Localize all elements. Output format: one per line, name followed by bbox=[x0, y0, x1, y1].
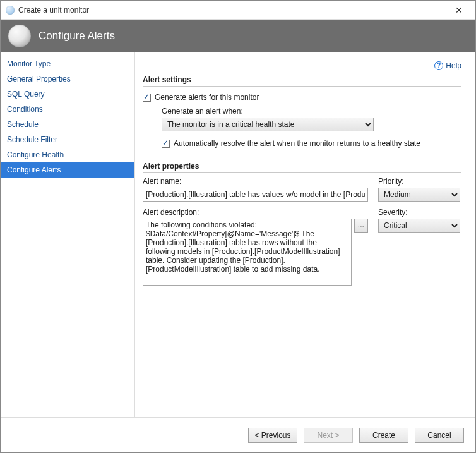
wizard-window: Create a unit monitor ✕ Configure Alerts… bbox=[0, 0, 476, 453]
sidebar-item-monitor-type[interactable]: Monitor Type bbox=[1, 56, 134, 71]
priority-label: Priority: bbox=[378, 177, 461, 186]
sidebar-item-sql-query[interactable]: SQL Query bbox=[1, 87, 134, 102]
alert-name-label: Alert name: bbox=[143, 177, 368, 186]
sidebar-item-label: SQL Query bbox=[7, 90, 45, 99]
window-title: Create a unit monitor bbox=[18, 6, 89, 15]
auto-resolve-checkbox[interactable] bbox=[162, 140, 170, 148]
titlebar: Create a unit monitor ✕ bbox=[1, 1, 475, 20]
help-link[interactable]: Help bbox=[446, 61, 461, 70]
generate-when-select[interactable]: The monitor is in a critical health stat… bbox=[162, 118, 374, 131]
sidebar-item-label: Schedule Filter bbox=[7, 135, 57, 144]
alert-description-label: Alert description: bbox=[143, 208, 368, 217]
desc-severity-row: Alert description: ... Severity: Critica… bbox=[143, 208, 461, 286]
help-row: ? Help bbox=[143, 61, 461, 70]
main-panel: ? Help Alert settings Generate alerts fo… bbox=[135, 52, 475, 417]
severity-label: Severity: bbox=[378, 208, 461, 217]
help-icon: ? bbox=[434, 61, 443, 70]
priority-select[interactable]: Medium bbox=[378, 188, 460, 202]
cancel-button[interactable]: Cancel bbox=[415, 428, 464, 443]
sidebar-item-label: Monitor Type bbox=[7, 59, 51, 68]
wizard-sidebar: Monitor Type General Properties SQL Quer… bbox=[1, 52, 135, 417]
close-button[interactable]: ✕ bbox=[446, 1, 472, 19]
alert-description-textarea[interactable] bbox=[143, 219, 352, 286]
close-icon: ✕ bbox=[455, 5, 463, 15]
create-button[interactable]: Create bbox=[359, 428, 408, 443]
alert-properties-heading: Alert properties bbox=[143, 162, 461, 173]
sidebar-item-label: Configure Alerts bbox=[7, 166, 61, 174]
generate-when-block: Generate an alert when: The monitor is i… bbox=[162, 107, 461, 131]
banner-orb-icon bbox=[8, 25, 31, 47]
page-title: Configure Alerts bbox=[39, 30, 115, 42]
generate-alerts-row: Generate alerts for this monitor bbox=[143, 93, 461, 102]
name-priority-row: Alert name: Priority: Medium bbox=[143, 177, 461, 202]
sidebar-item-label: Conditions bbox=[7, 105, 43, 114]
sidebar-item-label: Schedule bbox=[7, 120, 39, 129]
sidebar-item-label: Configure Health bbox=[7, 150, 64, 159]
sidebar-item-label: General Properties bbox=[7, 75, 71, 83]
app-icon bbox=[6, 6, 15, 15]
previous-button[interactable]: < Previous bbox=[248, 428, 297, 443]
sidebar-item-schedule[interactable]: Schedule bbox=[1, 117, 134, 132]
alert-name-input[interactable] bbox=[143, 188, 368, 202]
sidebar-item-configure-health[interactable]: Configure Health bbox=[1, 147, 134, 162]
auto-resolve-label: Automatically resolve the alert when the… bbox=[174, 139, 420, 148]
sidebar-item-general-properties[interactable]: General Properties bbox=[1, 71, 134, 87]
next-button: Next > bbox=[304, 428, 353, 443]
generate-alerts-label: Generate alerts for this monitor bbox=[155, 93, 259, 102]
sidebar-item-configure-alerts[interactable]: Configure Alerts bbox=[1, 162, 134, 178]
auto-resolve-row: Automatically resolve the alert when the… bbox=[162, 139, 461, 148]
generate-alerts-checkbox[interactable] bbox=[143, 94, 151, 102]
sidebar-item-conditions[interactable]: Conditions bbox=[1, 102, 134, 117]
sidebar-item-schedule-filter[interactable]: Schedule Filter bbox=[1, 132, 134, 147]
page-banner: Configure Alerts bbox=[1, 20, 475, 52]
alert-settings-heading: Alert settings bbox=[143, 75, 461, 87]
wizard-footer: < Previous Next > Create Cancel bbox=[1, 417, 475, 452]
body: Monitor Type General Properties SQL Quer… bbox=[1, 52, 475, 417]
description-ellipsis-button[interactable]: ... bbox=[354, 219, 368, 233]
severity-select[interactable]: Critical bbox=[378, 219, 460, 233]
generate-when-label: Generate an alert when: bbox=[162, 107, 461, 116]
